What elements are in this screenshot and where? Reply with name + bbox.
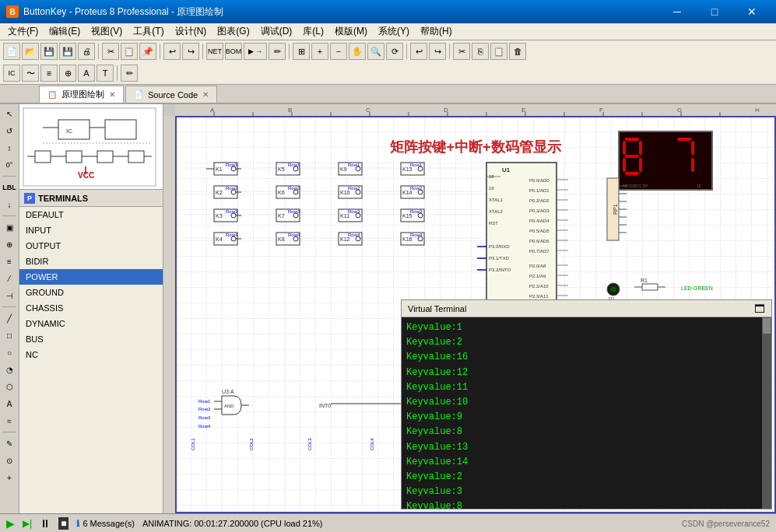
terminal-power[interactable]: POWER — [19, 269, 163, 285]
terminal-dynamic[interactable]: DYNAMIC — [19, 316, 163, 331]
undo-button[interactable]: ↩ — [163, 43, 181, 60]
menu-system[interactable]: 系统(Y) — [374, 23, 414, 40]
junction-button[interactable]: ⊕ — [59, 65, 76, 82]
new-button[interactable]: 📄 — [3, 43, 20, 60]
tab-schematic[interactable]: 📋 原理图绘制 ✕ — [39, 86, 124, 103]
menu-file[interactable]: 文件(F) — [3, 23, 43, 40]
play-button[interactable]: ▶ — [6, 517, 15, 530]
label-tool[interactable]: LBL — [2, 180, 17, 195]
annotate-button[interactable]: ✏ — [269, 43, 286, 60]
text-button[interactable]: T — [97, 65, 114, 82]
undo2-button[interactable]: ↩ — [410, 43, 427, 60]
menu-tools[interactable]: 工具(T) — [128, 23, 168, 40]
vt-maximize-icon[interactable]: 🗖 — [754, 303, 765, 315]
label-button[interactable]: A — [78, 65, 95, 82]
svg-text:P2.1/A9: P2.1/A9 — [529, 274, 546, 278]
scissors-button[interactable]: ✂ — [453, 43, 470, 60]
symbol-tool[interactable]: ≈ — [2, 413, 17, 429]
junction-tool[interactable]: ⊕ — [2, 236, 17, 252]
poly-tool[interactable]: ⬡ — [2, 379, 17, 394]
terminal-default[interactable]: DEFAULT — [19, 207, 163, 222]
menu-library[interactable]: 库(L) — [298, 23, 328, 40]
bus-button[interactable]: ≡ — [40, 65, 58, 82]
save-all-button[interactable]: 💾 — [59, 43, 76, 60]
svg-text:P0.0/AD0: P0.0/AD0 — [529, 178, 550, 183]
zoom-fit-button[interactable]: ⊞ — [293, 43, 310, 60]
bom-button[interactable]: BOM — [225, 43, 242, 60]
terminal-chassis[interactable]: CHASSIS — [19, 300, 163, 316]
menu-view[interactable]: 视图(V) — [86, 23, 127, 40]
text-tool[interactable]: A — [2, 396, 17, 411]
angle-tool[interactable]: 0° — [2, 157, 17, 173]
delete-button[interactable]: 🗑 — [509, 43, 526, 60]
terminal-bidir[interactable]: BIDIR — [19, 254, 163, 269]
line-tool[interactable]: ╱ — [2, 310, 17, 326]
maximize-button[interactable]: □ — [697, 0, 732, 23]
marker-tool[interactable]: ✎ — [2, 436, 17, 451]
tab-source[interactable]: 📄 Source Code ✕ — [125, 86, 217, 103]
menu-help[interactable]: 帮助(H) — [416, 23, 457, 40]
menu-debug[interactable]: 调试(D) — [256, 23, 297, 40]
terminal-bus[interactable]: BUS — [19, 331, 163, 347]
component-button[interactable]: IC — [3, 65, 20, 82]
paste2-button[interactable]: 📋 — [490, 43, 507, 60]
print-button[interactable]: 🖨 — [78, 43, 95, 60]
plus-tool[interactable]: + — [2, 470, 17, 485]
mirror-tool[interactable]: ↕ — [2, 140, 17, 156]
window-controls[interactable]: ─ □ ✕ — [659, 0, 770, 23]
refresh-button[interactable]: ⟳ — [386, 43, 403, 60]
down-tool[interactable]: ↓ — [2, 197, 17, 212]
probe-tool[interactable]: ⊙ — [2, 453, 17, 468]
circle-tool[interactable]: ○ — [2, 345, 17, 360]
terminal-input[interactable]: INPUT — [19, 222, 163, 238]
schematic-area[interactable]: A B C D E F G H 矩阵按键+中断+数码管显示 — [163, 104, 776, 513]
sim-button[interactable]: ▶ → — [244, 43, 267, 60]
netlist-button[interactable]: NET — [206, 43, 223, 60]
menu-graph[interactable]: 图表(G) — [212, 23, 254, 40]
open-button[interactable]: 📂 — [22, 43, 39, 60]
menu-design[interactable]: 设计(N) — [170, 23, 212, 40]
terminal-output[interactable]: OUTPUT — [19, 238, 163, 254]
minimize-button[interactable]: ─ — [659, 0, 695, 23]
svg-text:Row3: Row3 — [348, 209, 360, 214]
pause-button[interactable]: ⏸ — [40, 517, 51, 530]
wire-tool[interactable]: ∕ — [2, 271, 17, 286]
comp-tool[interactable]: ▣ — [2, 219, 17, 235]
rotate-tool[interactable]: ↺ — [2, 123, 17, 138]
wire-button[interactable]: 〜 — [22, 65, 39, 82]
schematic-canvas[interactable]: 矩阵按键+中断+数码管显示 K1 Row1 K2 — [175, 116, 776, 513]
zoom-in-button[interactable]: + — [311, 43, 328, 60]
menu-template[interactable]: 模版(M) — [330, 23, 372, 40]
terminal-nc[interactable]: NC — [19, 347, 163, 362]
arc-tool[interactable]: ◔ — [2, 362, 17, 377]
info-icon: ℹ — [76, 519, 79, 529]
stop-button[interactable]: ■ — [58, 517, 68, 530]
step-button[interactable]: ▶| — [23, 518, 32, 529]
separator-7 — [117, 65, 118, 81]
terminal-ground[interactable]: GROUND — [19, 285, 163, 300]
bus-tool[interactable]: ≡ — [2, 254, 17, 269]
select-tool[interactable]: ↖ — [2, 106, 17, 121]
rect-tool[interactable]: □ — [2, 327, 17, 343]
vt-scrollbar[interactable] — [762, 317, 771, 509]
redo-button[interactable]: ↪ — [182, 43, 199, 60]
paste-button[interactable]: 📌 — [139, 43, 156, 60]
save-button[interactable]: 💾 — [40, 43, 58, 60]
vt-line-11: Keyvalue:2 — [406, 470, 767, 485]
zoom-area-button[interactable]: 🔍 — [367, 43, 384, 60]
pin-tool[interactable]: ⊣ — [2, 288, 17, 303]
copy2-button[interactable]: ⎘ — [472, 43, 489, 60]
copy-button[interactable]: 📋 — [121, 43, 138, 60]
circuit-title: 矩阵按键+中断+数码管显示 — [390, 138, 560, 156]
draw-button[interactable]: ✏ — [121, 65, 138, 82]
schematic-tab-close[interactable]: ✕ — [109, 90, 115, 99]
close-button[interactable]: ✕ — [734, 0, 770, 23]
menu-edit[interactable]: 编辑(E) — [44, 23, 85, 40]
redo2-button[interactable]: ↪ — [429, 43, 446, 60]
vt-scroll-thumb[interactable] — [763, 318, 771, 334]
cut-button[interactable]: ✂ — [102, 43, 119, 60]
zoom-out-button[interactable]: − — [330, 43, 347, 60]
source-tab-close[interactable]: ✕ — [202, 90, 209, 99]
virtual-terminal[interactable]: Virtual Terminal 🗖 Keyvalue:1 Keyvalue:2… — [401, 299, 772, 509]
pan-button[interactable]: ✋ — [349, 43, 366, 60]
